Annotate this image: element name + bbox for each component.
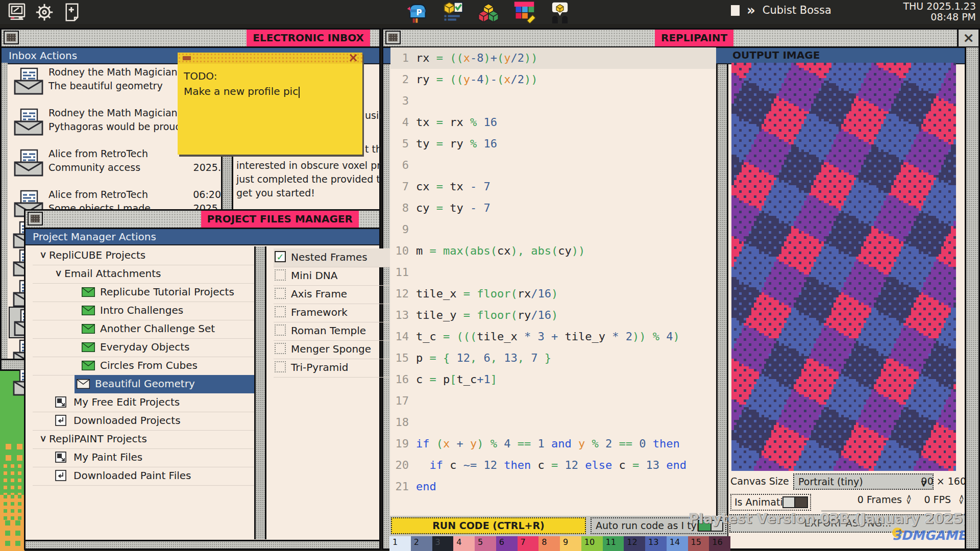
palette-color-12[interactable]: 12 — [624, 536, 645, 551]
code-line-11[interactable]: 11 — [390, 262, 716, 283]
code-line-12[interactable]: 12tile_x = floor(rx/16) — [390, 283, 716, 305]
tree-item-another-challenge-set[interactable]: Another Challenge Set — [33, 320, 263, 339]
tree-item-downloaded-projects[interactable]: Downloaded Projects — [33, 412, 263, 431]
checklist-item-axis-frame[interactable]: Axis Frame — [274, 285, 390, 304]
code-editor[interactable]: 1rx = ((x-8)+(y/2))2ry = ((y-4)-(x/2))34… — [390, 47, 716, 498]
inbox-titlebar[interactable]: ELECTRONIC INBOX — [2, 30, 379, 48]
code-line-20[interactable]: 20 if c ~= 12 then c = 12 else c = 13 en… — [390, 455, 716, 476]
code-line-15[interactable]: 15p = { 12, 6, 13, 7 } — [390, 347, 716, 369]
minimize-icon[interactable] — [183, 56, 191, 60]
palette-color-2[interactable]: 2 — [411, 536, 432, 551]
tree-item-everyday-objects[interactable]: Everyday Objects — [33, 338, 263, 357]
code-line-14[interactable]: 14t_c = (((tile_x * 3 + tile_y * 2)) % 4… — [390, 326, 716, 347]
canvas-size-dropdown[interactable]: Portrait (tiny) > — [793, 473, 934, 490]
tree-item-intro-challenges[interactable]: Intro Challenges — [33, 302, 263, 320]
palette-color-5[interactable]: 5 — [475, 536, 496, 551]
palette-color-16[interactable]: 16 — [709, 536, 730, 551]
sticky-note[interactable]: × TODO: Make a new profile pic — [178, 53, 362, 155]
checklist-item-mini-dna[interactable]: Mini DNA — [274, 267, 390, 286]
tree-item-downloaded-paint-files[interactable]: Downloaded Paint Files — [33, 467, 263, 486]
palette-color-6[interactable]: 6 — [496, 536, 518, 551]
sticky-note-titlebar[interactable]: × — [178, 53, 362, 64]
fps-spinner[interactable]: >> — [959, 495, 964, 504]
replipaint-window-icon[interactable] — [385, 31, 401, 44]
run-code-button[interactable]: RUN CODE (CTRL+R) — [391, 517, 586, 534]
chevron-down-icon[interactable]: > — [38, 435, 48, 442]
stop-icon[interactable] — [731, 5, 740, 16]
tree-item-email-attachments[interactable]: >Email Attachments — [33, 265, 263, 284]
palette-color-8[interactable]: 8 — [538, 536, 560, 551]
is-animation-toggle[interactable] — [782, 496, 808, 508]
palette-color-11[interactable]: 11 — [603, 536, 624, 551]
skip-icon[interactable]: » — [747, 5, 755, 15]
tree-item-my-free-edit-projects[interactable]: My Free Edit Projects — [33, 393, 263, 412]
paint-grid-icon[interactable] — [513, 1, 535, 23]
mail-icon — [82, 287, 95, 299]
palette-color-9[interactable]: 9 — [560, 536, 581, 551]
checkbox[interactable] — [275, 324, 286, 336]
palette-color-15[interactable]: 15 — [688, 536, 709, 551]
palette-color-13[interactable]: 13 — [645, 536, 667, 551]
code-line-3[interactable]: 3 — [390, 90, 716, 112]
code-line-2[interactable]: 2ry = ((y-4)-(x/2)) — [390, 69, 716, 90]
code-line-9[interactable]: 9 — [390, 219, 716, 240]
gear-icon[interactable] — [34, 2, 55, 22]
code-line-8[interactable]: 8cy = ty - 7 — [390, 197, 716, 219]
checklist-item-tri-pyramid[interactable]: Tri-Pyramid — [274, 359, 390, 378]
code-line-4[interactable]: 4tx = rx % 16 — [390, 112, 716, 133]
palette-color-1[interactable]: 1 — [389, 536, 411, 551]
project-menubar[interactable]: Project Manager Actions — [26, 229, 379, 245]
checkbox[interactable] — [275, 288, 286, 299]
fps-field[interactable]: 0 FPS — [895, 494, 951, 512]
code-line-5[interactable]: 5ty = ry % 16 — [390, 133, 716, 155]
code-scrollbar[interactable] — [716, 64, 728, 536]
palette-color-3[interactable]: 3 — [432, 536, 454, 551]
palette-color-7[interactable]: 7 — [518, 536, 539, 551]
checklist-item-roman-temple[interactable]: Roman Temple — [274, 322, 390, 341]
palette-color-10[interactable]: 10 — [581, 536, 603, 551]
code-line-7[interactable]: 7cx = tx - 7 — [390, 176, 716, 197]
checkbox[interactable] — [275, 343, 286, 354]
code-line-19[interactable]: 19if (x + y) % 4 == 1 and y % 2 == 0 the… — [390, 433, 716, 455]
code-line-21[interactable]: 21end — [390, 476, 716, 497]
mailbox-icon[interactable]: P — [406, 1, 428, 23]
code-line-10[interactable]: 10m = max(abs(cx), abs(cy)) — [390, 240, 716, 262]
chevron-down-icon[interactable]: > — [54, 270, 64, 277]
cubes-icon[interactable] — [477, 1, 500, 23]
code-line-1[interactable]: 1rx = ((x-8)+(y/2)) — [390, 47, 716, 69]
checkbox[interactable]: ✓ — [275, 251, 286, 262]
code-line-16[interactable]: 16c = p[t_c+1] — [390, 369, 716, 390]
checkbox[interactable] — [275, 306, 286, 317]
cube-checklist-icon[interactable] — [442, 1, 464, 23]
palette-color-4[interactable]: 4 — [453, 536, 475, 551]
checklist-item-menger-sponge[interactable]: Menger Sponge — [274, 340, 390, 359]
code-line-6[interactable]: 6 — [390, 155, 716, 176]
project-titlebar[interactable]: PROJECT FILES MANAGER — [26, 211, 379, 229]
tree-item-circles-from-cubes[interactable]: Circles From Cubes — [33, 357, 263, 375]
replipaint-titlebar[interactable]: REPLIPAINT × — [383, 30, 978, 48]
tree-item-beautiful-geometry[interactable]: Beautiful Geometry — [75, 375, 263, 393]
code-line-17[interactable]: 17 — [390, 390, 716, 412]
palette-color-14[interactable]: 14 — [667, 536, 688, 551]
tree-item-my-paint-files[interactable]: My Paint Files — [33, 448, 263, 467]
close-button[interactable]: × — [957, 30, 978, 46]
project-pane-divider[interactable] — [254, 246, 266, 539]
tree-item-replicube-tutorial-projects[interactable]: Replicube Tutorial Projects — [33, 283, 263, 302]
project-window-icon[interactable] — [28, 212, 43, 226]
code-line-13[interactable]: 13tile_y = floor(ry/16) — [390, 305, 716, 326]
checklist-item-framework[interactable]: Framework — [274, 304, 390, 322]
chat-cube-icon[interactable] — [549, 1, 571, 23]
inbox-window-icon[interactable] — [4, 31, 19, 44]
tree-item-replicube-projects[interactable]: >RepliCUBE Projects — [33, 246, 263, 265]
close-icon[interactable]: × — [348, 51, 358, 65]
code-line-18[interactable]: 18 — [390, 412, 716, 433]
new-note-icon[interactable] — [61, 2, 83, 22]
note-text-line2[interactable]: Make a new profile pic — [184, 85, 300, 98]
checkbox[interactable] — [275, 361, 286, 372]
checkbox[interactable] — [275, 269, 286, 281]
computer-icon[interactable] — [6, 2, 28, 22]
frames-field[interactable]: 0 Frames — [821, 494, 902, 512]
tree-item-replipaint-projects[interactable]: >RepliPAINT Projects — [33, 430, 263, 449]
chevron-down-icon[interactable]: > — [38, 252, 48, 259]
checklist-item-nested-frames[interactable]: ✓Nested Frames — [274, 248, 390, 267]
